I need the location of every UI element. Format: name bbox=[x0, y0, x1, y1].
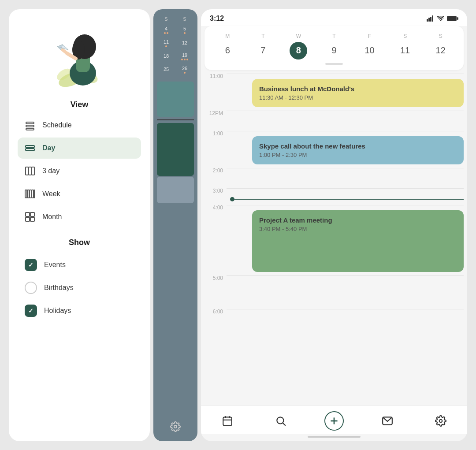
schedule-icon bbox=[25, 120, 35, 130]
event-card-blue[interactable]: Skype call about the new features 1:00 P… bbox=[252, 136, 464, 164]
nav-search-button[interactable] bbox=[271, 411, 290, 431]
mini-day-s2: S bbox=[179, 16, 190, 22]
svg-line-9 bbox=[63, 50, 67, 53]
svg-point-30 bbox=[174, 425, 177, 428]
svg-rect-22 bbox=[27, 190, 29, 198]
show-item-events[interactable]: Events bbox=[18, 254, 141, 275]
cal-cell-12: 12 bbox=[179, 38, 190, 49]
nav-item-day[interactable]: Day bbox=[18, 138, 141, 159]
date-6[interactable]: 6 bbox=[219, 42, 236, 60]
month-label: Month bbox=[42, 213, 62, 221]
cal-cell-26: 26 bbox=[179, 65, 190, 75]
svg-rect-24 bbox=[32, 190, 33, 198]
time-slot-12pm: 12PM bbox=[205, 111, 464, 118]
event-team-meeting[interactable]: Project A team meeting 3:40 PM - 5:40 PM bbox=[230, 210, 464, 272]
dot bbox=[184, 72, 186, 74]
cal-cell-11: 11 bbox=[161, 38, 171, 49]
date-9[interactable]: 9 bbox=[325, 42, 343, 60]
gear-icon bbox=[170, 421, 181, 432]
svg-point-35 bbox=[440, 20, 441, 21]
week-dates-row: 6 7 8 9 10 11 12 bbox=[210, 42, 458, 60]
svg-rect-19 bbox=[29, 167, 31, 175]
svg-rect-21 bbox=[25, 190, 27, 198]
time-label-3: 3:00 bbox=[205, 188, 227, 193]
date-7[interactable]: 7 bbox=[254, 42, 272, 60]
time-slot-2: 2:00 bbox=[205, 168, 464, 175]
clock-time: 3:12 bbox=[210, 15, 224, 22]
day-icon bbox=[25, 143, 35, 153]
nav-item-3day[interactable]: 3 day bbox=[18, 160, 141, 182]
time-label-5: 5:00 bbox=[205, 275, 227, 281]
event-skype-call[interactable]: Skype call about the new features 1:00 P… bbox=[230, 136, 464, 164]
time-label-4: 4:00 bbox=[205, 205, 227, 210]
date-8-today[interactable]: 8 bbox=[290, 42, 307, 60]
dot bbox=[181, 59, 183, 60]
left-panel: View Schedule Day 3 day bbox=[9, 9, 150, 441]
calendar-row-2: 11 12 bbox=[157, 38, 194, 49]
nav-calendar-button[interactable] bbox=[218, 411, 237, 431]
bottom-nav bbox=[201, 405, 467, 434]
event-card-yellow[interactable]: Business lunch at McDonald's 11:30 AM - … bbox=[252, 79, 464, 107]
svg-rect-36 bbox=[447, 16, 457, 21]
dot bbox=[165, 45, 167, 47]
time-label-2: 2:00 bbox=[205, 168, 227, 173]
svg-point-42 bbox=[277, 417, 284, 424]
illustration bbox=[18, 22, 141, 93]
svg-rect-33 bbox=[430, 17, 431, 22]
svg-rect-37 bbox=[457, 17, 458, 20]
date-10[interactable]: 10 bbox=[361, 42, 379, 60]
svg-rect-16 bbox=[26, 145, 34, 148]
event-business-lunch[interactable]: Business lunch at McDonald's 11:30 AM - … bbox=[230, 79, 464, 107]
search-icon bbox=[275, 415, 286, 427]
battery-icon bbox=[447, 15, 458, 22]
events-checkbox[interactable] bbox=[25, 259, 37, 271]
event-card-green[interactable]: Project A team meeting 3:40 PM - 5:40 PM bbox=[252, 210, 464, 272]
event-time-3: 3:40 PM - 5:40 PM bbox=[259, 226, 457, 232]
event-title-1: Business lunch at McDonald's bbox=[259, 85, 457, 93]
date-12[interactable]: 12 bbox=[432, 42, 450, 60]
middle-panel: S S 4 5 11 bbox=[153, 9, 197, 441]
time-label-11: 11:00 bbox=[205, 74, 227, 79]
nav-settings-button[interactable] bbox=[431, 411, 450, 431]
show-item-holidays[interactable]: Holidays bbox=[18, 300, 141, 321]
event-time-2: 1:00 PM - 2:30 PM bbox=[259, 152, 457, 158]
middle-timeline bbox=[157, 82, 194, 414]
svg-rect-17 bbox=[26, 149, 34, 151]
cal-cell-18: 18 bbox=[161, 52, 171, 62]
current-time-indicator bbox=[230, 197, 464, 201]
svg-rect-26 bbox=[26, 212, 30, 216]
3day-icon bbox=[25, 166, 35, 176]
day-label-f: F bbox=[352, 33, 387, 42]
middle-settings-button[interactable] bbox=[170, 421, 181, 434]
timeline-container[interactable]: 11:00 Business lunch at McDonald's 11:30… bbox=[201, 74, 467, 405]
svg-rect-32 bbox=[428, 18, 430, 22]
nav-mail-button[interactable] bbox=[378, 411, 397, 431]
nav-item-month[interactable]: Month bbox=[18, 206, 141, 227]
day-label-w: W bbox=[281, 33, 316, 42]
nav-add-button[interactable] bbox=[324, 411, 344, 431]
settings-icon bbox=[435, 415, 446, 427]
svg-rect-15 bbox=[26, 128, 34, 130]
mail-icon bbox=[382, 415, 393, 427]
date-11[interactable]: 11 bbox=[396, 42, 414, 60]
birthdays-checkbox[interactable] bbox=[25, 282, 37, 294]
event-title-3: Project A team meeting bbox=[259, 216, 457, 224]
mini-day-s1: S bbox=[161, 16, 171, 22]
show-item-birthdays[interactable]: Birthdays bbox=[18, 277, 141, 298]
svg-rect-34 bbox=[432, 15, 433, 22]
dot bbox=[164, 32, 166, 34]
status-icons bbox=[427, 15, 458, 22]
holidays-checkbox[interactable] bbox=[25, 305, 37, 317]
calendar-row-3: 18 19 bbox=[157, 52, 194, 62]
svg-rect-20 bbox=[32, 167, 34, 175]
nav-item-schedule[interactable]: Schedule bbox=[18, 115, 141, 136]
calendar-icon bbox=[222, 415, 233, 427]
add-circle[interactable] bbox=[324, 411, 344, 431]
day-label: Day bbox=[42, 144, 55, 152]
day-label-m: M bbox=[210, 33, 245, 42]
week-header: M T W T F S S 6 7 8 9 10 11 12 bbox=[205, 26, 464, 70]
holidays-label: Holidays bbox=[44, 307, 71, 315]
plus-icon bbox=[328, 415, 340, 427]
wifi-icon bbox=[437, 16, 444, 21]
nav-item-week[interactable]: Week bbox=[18, 183, 141, 205]
